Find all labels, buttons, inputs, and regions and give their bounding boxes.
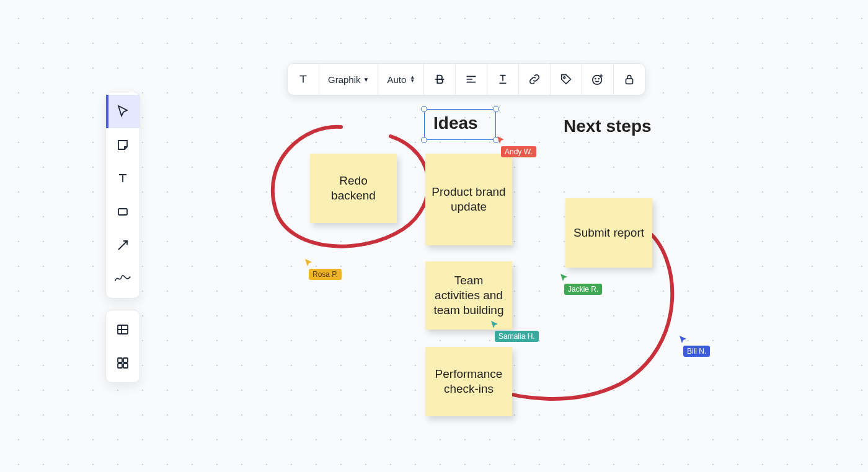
collab-bill: Bill N. [678,334,710,357]
tool-apps[interactable] [106,346,140,380]
cursor-icon [559,273,569,282]
tool-table[interactable] [106,313,140,346]
selection-handle-tl[interactable] [421,106,427,112]
text-style-icon [296,72,310,86]
stepper-icon: ▲▼ [410,76,415,83]
fmt-font-family[interactable]: Graphik ▼ [319,64,378,95]
sticky-product-brand[interactable]: Product brand update [425,154,512,245]
sticky-note-icon [115,138,130,152]
tool-cursor[interactable] [106,95,140,128]
collab-bill-tag: Bill N. [683,346,710,357]
cursor-icon [678,334,688,344]
fmt-bold[interactable] [424,64,456,95]
chevron-down-icon: ▼ [363,76,370,83]
collab-rosa-tag: Rosa P. [309,269,342,280]
tool-shape[interactable] [106,195,140,229]
heading-next-steps[interactable]: Next steps [564,116,652,136]
svg-point-8 [595,79,596,79]
fmt-tag[interactable] [551,64,582,95]
svg-point-7 [593,76,602,85]
selection-handle-tr[interactable] [493,106,499,112]
lock-icon [622,72,636,86]
font-family-label: Graphik [328,74,361,85]
svg-point-6 [564,77,565,79]
fmt-lock[interactable] [614,64,645,95]
tool-draw[interactable] [106,262,140,295]
collab-jackie: Jackie R. [559,273,602,295]
tool-sticky[interactable] [106,128,140,162]
fmt-font-size[interactable]: Auto ▲▼ [378,64,424,95]
fmt-underline[interactable] [487,64,519,95]
fmt-text-style[interactable] [288,64,319,95]
collab-jackie-tag: Jackie R. [564,284,602,295]
tool-card-main [105,92,140,299]
selection-handle-bl[interactable] [421,137,427,143]
svg-rect-0 [118,209,127,215]
sticky-performance[interactable]: Performance check-ins [425,347,512,416]
heading-ideas[interactable]: Ideas [433,113,478,133]
draw-icon [114,273,131,285]
text-icon [115,171,130,186]
collab-samalia: Samalia H. [490,320,539,342]
collab-andy-tag: Andy W. [501,146,536,157]
bold-strike-icon [433,72,446,86]
table-icon [115,322,130,337]
cursor-icon [496,135,506,145]
cursor-icon [490,320,500,330]
collab-samalia-tag: Samalia H. [495,331,539,342]
cursor-icon [304,258,314,268]
fmt-emoji[interactable] [582,64,614,95]
sticky-submit-report[interactable]: Submit report [565,198,652,268]
font-size-label: Auto [387,74,406,85]
fmt-link[interactable] [519,64,551,95]
selected-text-ideas[interactable]: Ideas [424,109,496,140]
svg-rect-3 [123,358,128,362]
tool-card-widgets [105,310,140,383]
svg-point-9 [599,79,600,79]
tool-text[interactable] [106,162,140,195]
text-format-toolbar: Graphik ▼ Auto ▲▼ [287,63,645,95]
svg-rect-2 [118,358,122,362]
svg-rect-10 [626,79,633,84]
collab-rosa: Rosa P. [304,258,342,280]
svg-rect-5 [123,364,128,368]
tool-arrow[interactable] [106,229,140,262]
link-icon [528,72,541,86]
sidebar-tools [105,92,140,383]
apps-grid-icon [115,356,130,370]
sticky-redo-backend[interactable]: Redo backend [310,154,397,223]
text-underline-icon [496,72,510,86]
emoji-plus-icon [591,72,604,86]
cursor-icon [115,104,130,119]
shape-icon [115,204,130,219]
collab-andy: Andy W. [496,135,536,157]
fmt-align[interactable] [456,64,487,95]
arrow-icon [115,238,130,253]
tag-icon [559,72,573,86]
align-icon [464,72,478,86]
svg-rect-4 [118,364,122,368]
